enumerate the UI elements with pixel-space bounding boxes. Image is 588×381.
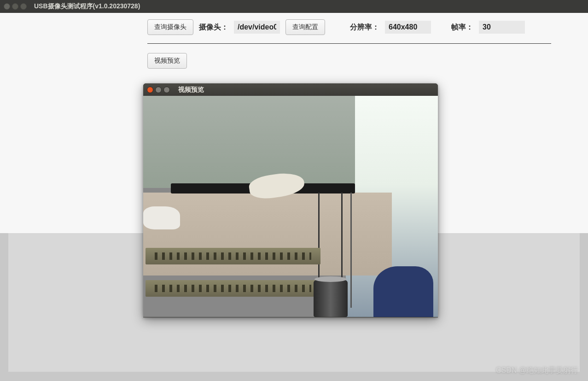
close-icon[interactable] — [147, 87, 153, 93]
maximize-icon[interactable] — [163, 87, 170, 93]
fps-input[interactable] — [479, 21, 525, 34]
query-camera-button[interactable]: 查询摄像头 — [147, 19, 193, 35]
toolbar: 查询摄像头 摄像头： 查询配置 分辨率： 帧率： — [0, 13, 588, 35]
fps-label: 帧率： — [451, 23, 473, 32]
preview-titlebar[interactable]: 视频预览 — [143, 83, 438, 96]
maximize-icon[interactable] — [20, 3, 27, 10]
query-config-button[interactable]: 查询配置 — [285, 19, 325, 35]
watermark: CSDN @绝知此事要躬行 — [496, 366, 578, 375]
camera-label: 摄像头： — [199, 23, 228, 32]
video-preview-button[interactable]: 视频预览 — [147, 53, 187, 69]
camera-input[interactable] — [234, 21, 280, 34]
main-window-title: USB摄像头测试程序(v1.0.20230728) — [34, 2, 140, 11]
resolution-input[interactable] — [385, 21, 431, 34]
video-frame — [143, 96, 438, 317]
resolution-label: 分辨率： — [350, 23, 379, 32]
preview-window-title: 视频预览 — [178, 86, 204, 94]
minimize-icon[interactable] — [12, 3, 18, 10]
close-icon[interactable] — [4, 3, 10, 10]
main-titlebar: USB摄像头测试程序(v1.0.20230728) — [0, 0, 588, 13]
preview-window: 视频预览 — [143, 83, 438, 317]
minimize-icon[interactable] — [155, 87, 162, 93]
